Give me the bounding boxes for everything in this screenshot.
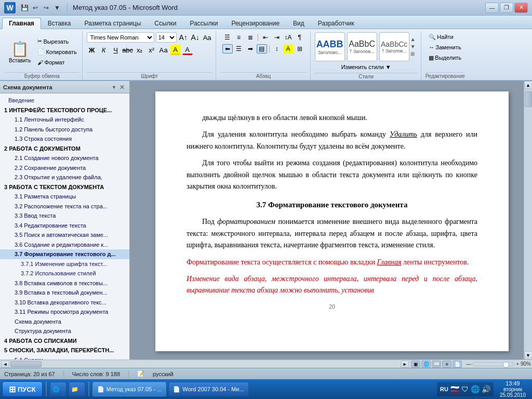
tab-insert[interactable]: Вставка xyxy=(41,18,78,29)
start-button[interactable]: ⊞ ПУСК xyxy=(2,381,43,397)
shading-btn[interactable]: A xyxy=(283,44,294,54)
close-btn[interactable]: ✕ xyxy=(514,3,528,13)
maximize-btn[interactable]: ❐ xyxy=(500,3,513,13)
view-web-btn[interactable]: 🌐 xyxy=(421,361,431,368)
nav-item[interactable]: 2 РАБОТА С ДОКУМЕНТОМ xyxy=(0,144,129,154)
nav-item[interactable]: Введение xyxy=(0,96,129,105)
h-scroll-thumb[interactable] xyxy=(10,361,42,367)
tab-mailings[interactable]: Рассылки xyxy=(183,18,225,29)
highlight-btn[interactable]: A xyxy=(170,45,181,55)
nav-item[interactable]: Структура документа xyxy=(0,326,129,336)
zoom-thumb[interactable] xyxy=(503,362,509,368)
italic-btn[interactable]: К xyxy=(99,45,109,55)
view-normal-btn[interactable]: ▣ xyxy=(411,361,420,368)
zoom-slider[interactable] xyxy=(473,362,514,366)
tab-view[interactable]: Вид xyxy=(286,18,311,29)
nav-item[interactable]: 5 СНОСКИ, ЗАКЛАДКИ, ПЕРЕКРЁСТН... xyxy=(0,345,129,355)
horizontal-scrollbar[interactable]: ◄ ► ▣ 🌐 📖 ≡ 📄 — + 90% xyxy=(0,360,532,368)
numbered-list-btn[interactable]: ≡ xyxy=(234,33,244,42)
file-btn[interactable]: 📁 xyxy=(69,382,85,396)
nav-item[interactable]: 3.7.1 Изменение шрифта текст... xyxy=(0,259,129,269)
nav-item[interactable]: 3.4 Редактирование текста xyxy=(0,221,129,231)
align-justify-btn[interactable]: ▤ xyxy=(257,44,267,54)
nav-item[interactable]: 3.9 Вставка в текстовый докумен... xyxy=(0,288,129,298)
align-left-btn[interactable]: ⬅ xyxy=(222,44,233,54)
word-task-btn2[interactable]: 📄 Word 2007 30.04 - Ми... xyxy=(168,382,248,396)
style-heading1[interactable]: ААВВ Заголово... xyxy=(315,32,345,61)
font-color-btn[interactable]: A xyxy=(182,45,193,55)
nav-item[interactable]: 2.3 Открытие и удаление файла, xyxy=(0,172,129,182)
format-copy-button[interactable]: 🖌 Формат xyxy=(35,58,78,67)
nav-item[interactable]: 1.2 Панель быстрого доступа xyxy=(0,125,129,135)
nav-item[interactable]: 1 ИНТЕРФЕЙС ТЕКСТОВОГО ПРОЦЕ... xyxy=(0,105,129,115)
nav-item[interactable]: 3.11 Режимы просмотра документа xyxy=(0,307,129,317)
right-scrollbar[interactable]: ▲ ▼ xyxy=(524,81,532,360)
copy-button[interactable]: 📄 Копировать xyxy=(35,47,78,57)
find-btn[interactable]: 🔍 Найти xyxy=(427,32,455,42)
zoom-out-btn[interactable]: — xyxy=(466,361,471,367)
tab-page-layout[interactable]: Разметка страницы xyxy=(77,18,148,29)
nav-item[interactable]: 3.6 Создание и редактирование к... xyxy=(0,240,129,250)
view-outline-btn[interactable]: ≡ xyxy=(442,361,451,368)
change-case-btn[interactable]: Аа xyxy=(158,45,169,55)
nav-item[interactable]: Схема документа xyxy=(0,317,129,327)
window-controls[interactable]: — ❐ ✕ xyxy=(485,3,528,13)
nav-item[interactable]: 2.1 Создание нового документа xyxy=(0,153,129,163)
subscript-btn[interactable]: x₂ xyxy=(135,45,145,55)
increase-indent-btn[interactable]: ⇥ xyxy=(272,33,282,42)
nav-item[interactable]: 3.2 Расположение текста на стра... xyxy=(0,202,129,211)
nav-item[interactable]: 3.10 Вставка декоративного текс... xyxy=(0,298,129,308)
save-quick-btn[interactable]: 💾 xyxy=(20,4,29,12)
bold-btn[interactable]: Ж xyxy=(87,45,97,55)
styles-scroll[interactable]: ▲ ▼ ⊞ xyxy=(410,36,418,57)
bullet-list-btn[interactable]: ☰ xyxy=(222,33,233,42)
nav-item[interactable]: 1.3 Строка состояния xyxy=(0,134,129,144)
tab-review[interactable]: Рецензирование xyxy=(224,18,286,29)
nav-item[interactable]: 3.7 Форматирование текстового д... xyxy=(0,249,129,259)
scroll-up-btn[interactable]: ▲ xyxy=(524,81,533,89)
nav-panel-dropdown[interactable]: ▼ xyxy=(112,85,116,90)
multilevel-list-btn[interactable]: ≣ xyxy=(245,33,256,42)
scroll-right-btn[interactable]: ► xyxy=(401,361,409,368)
nav-item[interactable]: 1.1 Ленточный интерфейс xyxy=(0,115,129,125)
grow-font-btn[interactable]: A↑ xyxy=(178,32,189,43)
scroll-thumb[interactable] xyxy=(525,91,532,107)
superscript-btn[interactable]: x² xyxy=(147,45,157,55)
clear-format-btn[interactable]: Aa xyxy=(202,32,212,43)
strikethrough-btn[interactable]: abc xyxy=(123,45,133,55)
line-spacing-btn[interactable]: ↕ xyxy=(272,44,282,54)
view-read-btn[interactable]: 📖 xyxy=(432,361,441,368)
cut-button[interactable]: ✂ Вырезать xyxy=(35,37,78,46)
nav-item[interactable]: 3.8 Вставка символов в текстовы... xyxy=(0,278,129,288)
nav-item[interactable]: 5.1 Сноски xyxy=(0,355,129,360)
shrink-font-btn[interactable]: A↓ xyxy=(190,32,201,43)
ie-btn[interactable]: 🌐 xyxy=(50,382,66,396)
redo-quick-btn[interactable]: ↪ xyxy=(42,4,51,12)
nav-item[interactable]: 3.3 Ввод текста xyxy=(0,211,129,221)
select-btn[interactable]: ▦ Выделить xyxy=(427,53,463,62)
tab-home[interactable]: Главная xyxy=(2,18,41,29)
undo-quick-btn[interactable]: ↩ xyxy=(31,4,40,12)
nav-item[interactable]: 3.1 Разметка страницы xyxy=(0,192,129,202)
word-task-btn1[interactable]: 📄 Метод указ 07.05 - ... xyxy=(92,382,166,396)
nav-item[interactable]: 3.5 Поиск и автоматическая заме... xyxy=(0,230,129,240)
replace-btn[interactable]: ↔ Заменить xyxy=(427,43,463,52)
decrease-indent-btn[interactable]: ⇤ xyxy=(260,33,271,42)
show-marks-btn[interactable]: ¶ xyxy=(295,33,305,42)
scroll-down-btn[interactable]: ▼ xyxy=(524,351,533,360)
align-center-btn[interactable]: ☰ xyxy=(234,44,244,54)
zoom-in-btn[interactable]: + xyxy=(516,361,519,367)
borders-btn[interactable]: ⊞ xyxy=(295,44,305,54)
font-name-select[interactable]: Times New Roman xyxy=(87,32,154,43)
nav-item[interactable]: 3 РАБОТА С ТЕКСТОМ ДОКУМЕНТА xyxy=(0,182,129,192)
font-size-select[interactable]: 14 xyxy=(156,32,177,43)
change-styles-btn[interactable]: Изменить стили ▼ xyxy=(339,62,393,72)
tab-references[interactable]: Ссылки xyxy=(148,18,183,29)
paste-button[interactable]: 📋 Вставить xyxy=(5,34,34,70)
nav-panel-close[interactable]: ✕ xyxy=(118,83,126,91)
scroll-left-btn[interactable]: ◄ xyxy=(1,361,9,368)
underline-btn[interactable]: Ч xyxy=(111,45,121,55)
style-heading3[interactable]: AaBbCc † Заголов... xyxy=(379,32,409,61)
view-draft-btn[interactable]: 📄 xyxy=(453,361,462,368)
quick-access-more[interactable]: ▼ xyxy=(52,4,62,12)
